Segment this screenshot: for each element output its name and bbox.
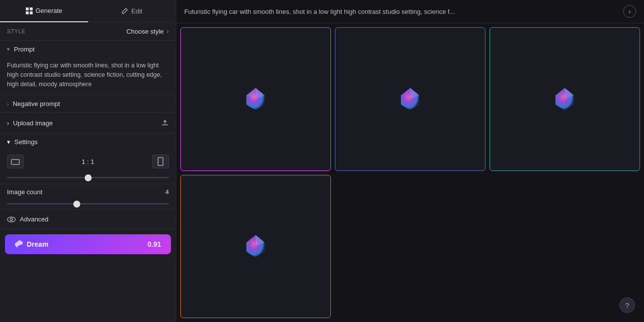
gem-icon-4 bbox=[241, 231, 270, 261]
aspect-btn-landscape[interactable] bbox=[7, 155, 24, 168]
advanced-label: Advanced bbox=[20, 215, 49, 223]
dream-label: Dream bbox=[27, 240, 49, 248]
chevron-right-icon-neg: › bbox=[7, 101, 9, 107]
prompt-title: Futuristic flying car with smooth lines,… bbox=[184, 8, 618, 15]
info-icon: › bbox=[629, 7, 631, 15]
dream-left: Dream bbox=[15, 240, 49, 248]
negative-prompt-label: Negative prompt bbox=[13, 100, 60, 107]
svg-rect-4 bbox=[11, 160, 19, 164]
sidebar: Generate Edit Style Choose style › ▾ Pro… bbox=[0, 0, 176, 322]
gem-icon-1 bbox=[241, 84, 270, 114]
style-value: Choose style bbox=[126, 28, 163, 35]
main-header: Futuristic flying car with smooth lines,… bbox=[176, 0, 644, 23]
image-cell-2[interactable] bbox=[335, 27, 485, 171]
image-count-value: 4 bbox=[165, 188, 169, 196]
negative-prompt-header[interactable]: › Negative prompt bbox=[0, 95, 176, 112]
image-count-label: Image count bbox=[7, 188, 43, 196]
eye-icon bbox=[7, 216, 16, 223]
help-button[interactable]: ? bbox=[619, 297, 635, 313]
upload-icon bbox=[161, 119, 169, 127]
app-container: Generate Edit Style Choose style › ▾ Pro… bbox=[0, 0, 644, 322]
settings-section: ▾ Settings 1 : 1 bbox=[0, 133, 176, 184]
dream-icon bbox=[15, 240, 23, 248]
svg-rect-0 bbox=[26, 7, 29, 10]
upload-image-row[interactable]: › Upload image bbox=[0, 113, 176, 133]
aspect-btn-portrait[interactable] bbox=[152, 155, 169, 168]
aspect-ratio-slider[interactable] bbox=[7, 177, 169, 178]
edit-icon bbox=[121, 7, 128, 14]
style-row: Style Choose style › bbox=[0, 22, 176, 41]
chevron-right-icon-upload: › bbox=[7, 119, 9, 127]
dream-button[interactable]: Dream 0.91 bbox=[5, 234, 171, 254]
upload-left: › Upload image bbox=[7, 119, 53, 127]
aspect-slider-row bbox=[0, 170, 176, 184]
prompt-section: ▾ Prompt Futuristic flying car with smoo… bbox=[0, 41, 176, 95]
svg-rect-5 bbox=[158, 158, 163, 165]
style-chooser[interactable]: Choose style › bbox=[126, 27, 169, 35]
aspect-ratio-value: 1 : 1 bbox=[82, 158, 94, 165]
chevron-right-icon: › bbox=[166, 27, 169, 35]
image-cell-4[interactable] bbox=[180, 175, 331, 319]
upload-image-label: Upload image bbox=[13, 119, 53, 127]
top-tabs: Generate Edit bbox=[0, 0, 176, 22]
svg-rect-3 bbox=[30, 11, 33, 14]
chevron-down-icon: ▾ bbox=[7, 46, 10, 53]
prompt-text[interactable]: Futuristic flying car with smooth lines,… bbox=[0, 58, 176, 95]
dream-cost: 0.91 bbox=[148, 240, 161, 248]
prompt-header[interactable]: ▾ Prompt bbox=[0, 41, 176, 58]
image-cell-1[interactable] bbox=[180, 27, 331, 171]
gem-icon-2 bbox=[395, 84, 425, 114]
help-icon: ? bbox=[625, 301, 629, 310]
negative-prompt-section: › Negative prompt bbox=[0, 95, 176, 113]
svg-rect-2 bbox=[26, 11, 29, 14]
image-count-slider[interactable] bbox=[7, 203, 169, 205]
prompt-label: Prompt bbox=[14, 46, 35, 53]
image-cell-3[interactable] bbox=[489, 27, 640, 171]
advanced-row[interactable]: Advanced bbox=[0, 210, 176, 229]
tab-edit[interactable]: Edit bbox=[88, 0, 176, 22]
image-grid bbox=[176, 23, 644, 322]
tab-generate[interactable]: Generate bbox=[0, 0, 88, 22]
landscape-icon bbox=[11, 158, 20, 165]
info-button[interactable]: › bbox=[623, 5, 636, 18]
aspect-ratio-row: 1 : 1 bbox=[0, 151, 176, 170]
svg-rect-1 bbox=[30, 7, 33, 10]
settings-label: Settings bbox=[14, 138, 38, 146]
style-label: Style bbox=[7, 28, 25, 34]
image-count-row: Image count 4 bbox=[7, 188, 169, 196]
image-count-section: Image count 4 bbox=[0, 184, 176, 210]
gem-icon-3 bbox=[550, 84, 580, 114]
chevron-down-icon-settings: ▾ bbox=[7, 138, 10, 146]
svg-point-7 bbox=[10, 218, 13, 220]
portrait-icon bbox=[157, 157, 164, 166]
settings-header[interactable]: ▾ Settings bbox=[0, 133, 176, 151]
main-content: Futuristic flying car with smooth lines,… bbox=[176, 0, 644, 322]
svg-point-6 bbox=[7, 217, 15, 222]
grid-icon bbox=[26, 7, 33, 14]
